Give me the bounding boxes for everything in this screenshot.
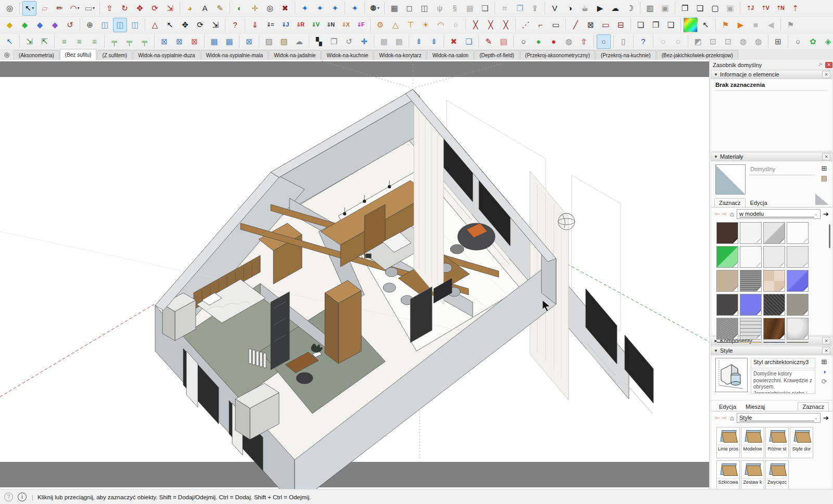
export-j-icon[interactable]: ⇡J — [743, 1, 757, 16]
select-black-icon[interactable]: ↖ — [163, 18, 177, 32]
scene-tab-z sufitem[interactable]: (Z sufitem) — [97, 50, 132, 60]
style-name-field[interactable]: Styl architektoniczny3 — [751, 358, 815, 368]
vray-interactive-icon[interactable]: ▶ — [593, 1, 607, 16]
section-fill-b-icon[interactable]: ❐ — [649, 18, 663, 32]
intersect-c-icon[interactable]: ╳ — [499, 18, 513, 32]
h-node-icon[interactable]: ⊟ — [614, 18, 628, 32]
paint-bucket-tool-icon[interactable]: ◕ — [183, 1, 197, 16]
push-box-icon[interactable]: ⊞ — [771, 34, 785, 49]
vray-asset-editor-icon[interactable]: ◑ — [563, 1, 577, 16]
viewport-3d[interactable] — [0, 60, 709, 489]
scene-tab-widok-na-korytarz[interactable]: Widok-na-korytarz — [374, 50, 426, 60]
drop-eq-icon[interactable]: ⇓= — [263, 18, 277, 32]
material-gold[interactable] — [740, 342, 762, 343]
material-white-notes[interactable] — [787, 222, 809, 244]
material-beige-check[interactable] — [763, 270, 785, 292]
intersect-b-icon[interactable]: ╳ — [484, 18, 498, 32]
color-gradient-icon[interactable] — [684, 18, 698, 32]
flag-orange-icon[interactable]: ⚑ — [718, 18, 733, 32]
mesh-brain-icon[interactable]: ☁ — [292, 34, 306, 49]
create-material-icon[interactable]: ⊞ — [822, 164, 827, 172]
scene-tab-przekroj-na-kuchnie[interactable]: (Przekroj-na-kuchnie) — [596, 50, 656, 60]
sphere-outline-icon[interactable]: ○ — [516, 34, 531, 49]
xframe-b-icon[interactable]: ⊠ — [172, 34, 186, 49]
3d-text-tool-icon[interactable]: A — [198, 1, 212, 16]
details-arrow-icon[interactable]: ➔ — [823, 414, 829, 422]
pen-red-icon[interactable]: ✎ — [482, 34, 496, 49]
move-tool-icon[interactable]: ✥ — [133, 1, 147, 16]
styles-tab-edycja[interactable]: Edycja — [714, 402, 741, 411]
export-n-icon[interactable]: ⇡N — [773, 1, 787, 16]
dots-a-icon[interactable]: ◍ — [736, 34, 750, 49]
eraser-tool-icon[interactable]: ▱ — [37, 1, 52, 16]
rotate-tool-icon[interactable]: ⟳ — [148, 1, 162, 16]
display-pane-icon[interactable]: ▤ — [821, 174, 827, 182]
dome-tool-icon[interactable]: ◠ — [434, 18, 448, 32]
vray-logo-icon[interactable]: V — [548, 1, 562, 16]
scene-tab-widok-na-kuchnie[interactable]: Widok-na-kuchnie — [321, 50, 373, 60]
layout-export-icon[interactable]: ✦ — [298, 1, 312, 16]
style-folder-różne-st[interactable]: Różne st — [765, 427, 789, 458]
material-gray-diagonal[interactable] — [763, 222, 785, 244]
style-refresh-icon[interactable]: ⟳ — [822, 378, 827, 385]
trimble-connect-icon[interactable]: ✦ — [348, 1, 362, 16]
style-folder-linie-pros[interactable]: Linie pros — [716, 427, 740, 458]
zoom-extents-icon[interactable]: ✖ — [278, 1, 292, 16]
material-periwinkle[interactable] — [787, 270, 809, 292]
push-pull-tool-icon[interactable]: ⇧ — [103, 1, 117, 16]
forward-icon[interactable]: ⇨ — [722, 210, 727, 217]
scene-tab-przekroj-aksonometryczny[interactable]: (Przekroj-aksonometryczny) — [520, 50, 595, 60]
layout-update-icon[interactable]: ✦ — [313, 1, 327, 16]
scene-tab-bez-jakichkolwiek-przekrojow[interactable]: (Bez-jakichkolwiek-przekrojow) — [657, 50, 738, 60]
bag-green-icon[interactable]: ✿ — [806, 34, 820, 49]
material-walnut[interactable] — [763, 318, 785, 340]
rail-remove-icon[interactable]: ╤ — [137, 34, 152, 49]
polygon-node-icon[interactable]: ▭ — [549, 18, 563, 32]
zoom-select-window-icon[interactable]: ◎ — [3, 1, 17, 16]
material-dark-gray[interactable] — [716, 294, 738, 316]
cursor-select-icon[interactable]: ↖ — [699, 18, 713, 32]
entity-info-close-icon[interactable]: ✕ — [822, 71, 830, 78]
axes-origin-icon[interactable]: ⊕ — [83, 18, 97, 32]
gem-green-icon[interactable]: ◈ — [821, 34, 833, 49]
scale-down-green-icon[interactable]: ⇱ — [37, 34, 52, 49]
xbox-blue-icon[interactable]: ⊠ — [242, 34, 256, 49]
styles-header[interactable]: ▼ Style ✕ — [711, 346, 832, 355]
grass-tool-icon[interactable]: ψ — [433, 1, 447, 16]
help-tool-icon[interactable]: ? — [228, 18, 242, 32]
scene-tab-bez sufitu[interactable]: (Bez sufitu) — [60, 49, 97, 60]
render-region-icon[interactable]: ▥ — [643, 1, 657, 16]
material-olive-gray[interactable] — [787, 294, 809, 316]
line-node-icon[interactable]: ╱ — [569, 18, 583, 32]
styles-tab-mieszaj[interactable]: Mieszaj — [741, 402, 769, 411]
help-status-icon[interactable]: ? — [4, 493, 13, 501]
material-carbon[interactable] — [763, 294, 785, 316]
material-plaid[interactable] — [740, 318, 762, 340]
styles-close-icon[interactable]: ✕ — [822, 347, 830, 354]
home-icon[interactable]: ⌂ — [730, 210, 734, 218]
array-copy-icon[interactable]: ❐ — [513, 1, 527, 16]
checker-icon[interactable]: ▚ — [312, 34, 326, 49]
sphere-gray-icon[interactable]: ○ — [449, 18, 463, 32]
drop-v-icon[interactable]: ⇓V — [308, 18, 322, 32]
scale-black-icon[interactable]: ⇲ — [208, 18, 222, 32]
layout-open-icon[interactable]: ✦ — [328, 1, 342, 16]
scene-tab-widok-na-jadalnie[interactable]: Widok-na-jadalnie — [269, 50, 321, 60]
materials-header[interactable]: ▼ Materiały ✕ — [711, 152, 832, 161]
zoom-tool-icon[interactable]: ◎ — [263, 1, 277, 16]
drop-line-b-icon[interactable]: ⇟ — [427, 34, 441, 49]
sphere-remove-icon[interactable]: ● — [547, 34, 561, 49]
rectangle-tool-icon[interactable]: ▭▾ — [83, 1, 97, 16]
drop-n-icon[interactable]: ⇓N — [323, 18, 337, 32]
mesh-gray-icon[interactable]: ▨ — [262, 34, 276, 49]
rotate-black-icon[interactable]: ⟳ — [193, 18, 207, 32]
arc-tool-icon[interactable]: ◠▾ — [68, 1, 82, 16]
advanced-camera-icon[interactable]: ▦ — [387, 1, 401, 16]
material-dark-gray-2[interactable] — [716, 342, 738, 343]
column-tool-icon[interactable]: ▯ — [616, 34, 630, 49]
line-tool-icon[interactable]: ✏ — [53, 1, 67, 16]
follow-me-tool-icon[interactable]: ↻ — [118, 1, 132, 16]
material-green[interactable] — [716, 246, 738, 268]
material-marble[interactable] — [787, 318, 809, 340]
scene-tab-widok-na-sypialnie-mala[interactable]: Widok-na-sypialnie-mala — [201, 50, 268, 60]
